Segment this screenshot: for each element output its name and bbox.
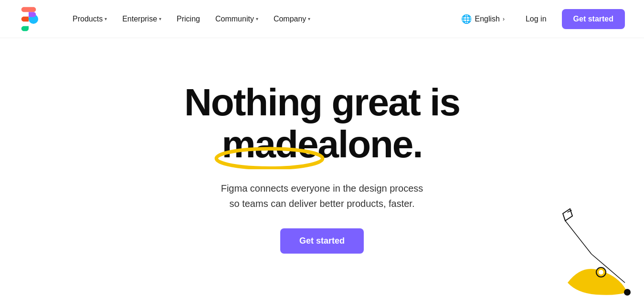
svg-line-3 [591,254,625,283]
svg-line-2 [565,221,591,254]
hero-title-highlight: made [222,123,317,165]
hero-get-started-button[interactable]: Get started [280,228,364,254]
login-button[interactable]: Log in [518,11,554,27]
community-chevron-icon: ▾ [256,16,258,21]
products-chevron-icon: ▾ [105,16,107,21]
hero-title-after: alone. [317,123,422,165]
navbar: Products ▾ Enterprise ▾ Pricing Communit… [0,0,644,38]
lang-chevron-icon: › [503,16,505,22]
hero-section: Nothing great is made alone. Figma conne… [0,38,644,297]
nav-enterprise[interactable]: Enterprise ▾ [116,11,167,27]
nav-products[interactable]: Products ▾ [67,11,113,27]
nav-right: 🌐 English › Log in Get started [455,9,625,29]
enterprise-chevron-icon: ▾ [159,16,161,21]
hero-highlight-wrap: made [222,123,317,165]
svg-point-4 [596,267,606,277]
hero-subtitle: Figma connects everyone in the design pr… [221,181,423,211]
hero-title: Nothing great is made alone. [184,82,460,165]
company-chevron-icon: ▾ [308,16,310,21]
nav-company[interactable]: Company ▾ [268,11,316,27]
nav-pricing[interactable]: Pricing [171,11,206,27]
nav-links: Products ▾ Enterprise ▾ Pricing Communit… [67,11,455,27]
language-selector[interactable]: 🌐 English › [455,10,510,28]
decorative-illustration [539,202,644,297]
nav-community[interactable]: Community ▾ [210,11,264,27]
nav-get-started-button[interactable]: Get started [562,9,625,29]
svg-point-5 [599,270,603,275]
logo[interactable] [19,5,38,33]
svg-point-6 [624,289,631,296]
hero-title-line1: Nothing great is [184,81,460,123]
globe-icon: 🌐 [461,14,472,24]
